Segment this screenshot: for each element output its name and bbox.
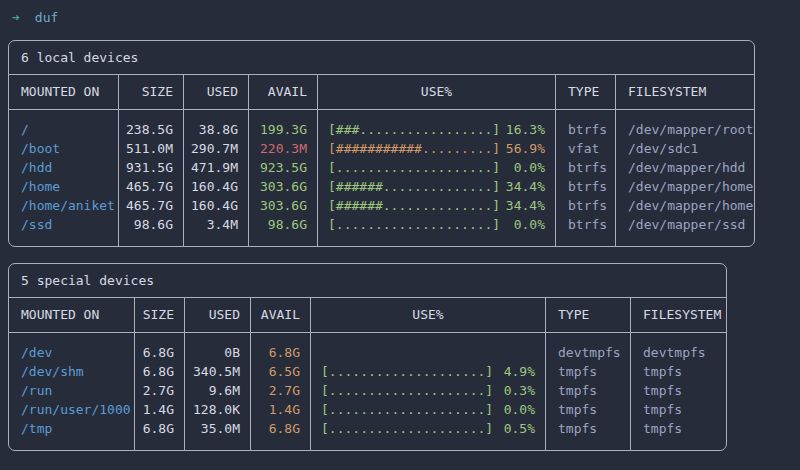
column-header-type: TYPE xyxy=(556,75,616,109)
column-use-percent: [....................]4.9%[.............… xyxy=(311,333,546,450)
cell-filesystem: /dev/mapper/root xyxy=(616,120,754,139)
cell-size: 6.8G xyxy=(135,419,184,438)
prompt-line: ➜duf xyxy=(0,0,800,28)
column-header-avail: AVAIL xyxy=(251,298,311,332)
cell-type: btrfs xyxy=(556,215,615,234)
cell-filesystem: tmpfs xyxy=(631,381,726,400)
cell-use-percent: [....................]0.5% xyxy=(311,419,545,438)
cell-avail: 303.6G xyxy=(249,196,317,215)
column-header-size: SIZE xyxy=(119,75,184,109)
usage-bar: [....................] xyxy=(328,158,500,177)
column-used: 38.8G290.7M471.9M160.4G160.4G3.4M xyxy=(184,110,249,246)
column-header-use-percent: USE% xyxy=(318,75,556,109)
cell-type: btrfs xyxy=(556,158,615,177)
column-header-type: TYPE xyxy=(546,298,631,332)
column-size: 238.5G511.0M931.5G465.7G465.7G98.6G xyxy=(119,110,184,246)
usage-bar: [###.................] xyxy=(328,120,500,139)
table-body: /dev/dev/shm/run/run/user/1000/tmp6.8G6.… xyxy=(9,333,726,450)
special-devices-table: 5 special devices MOUNTED ONSIZEUSEDAVAI… xyxy=(8,263,727,451)
column-size: 6.8G6.8G2.7G1.4G6.8G xyxy=(135,333,185,450)
cell-filesystem: /dev/mapper/hdd xyxy=(616,158,754,177)
cell-used: 9.6M xyxy=(185,381,250,400)
cell-used: 340.5M xyxy=(185,362,250,381)
cell-filesystem: /dev/mapper/ssd xyxy=(616,215,754,234)
cell-filesystem: tmpfs xyxy=(631,419,726,438)
cell-filesystem: tmpfs xyxy=(631,362,726,381)
cell-filesystem: tmpfs xyxy=(631,400,726,419)
column-header-avail: AVAIL xyxy=(249,75,318,109)
cell-mounted-on: /run xyxy=(9,381,134,400)
cell-use-percent: [######..............]34.4% xyxy=(318,196,555,215)
column-type: devtmpfstmpfstmpfstmpfstmpfs xyxy=(546,333,631,450)
cell-filesystem: /dev/mapper/home xyxy=(616,177,754,196)
cell-avail: 6.5G xyxy=(251,362,310,381)
column-filesystem: devtmpfstmpfstmpfstmpfstmpfs xyxy=(631,333,726,450)
usage-percent-label: 0.0% xyxy=(514,215,545,234)
column-header-filesystem: FILESYSTEM xyxy=(616,75,754,109)
table-title: 6 local devices xyxy=(9,41,754,75)
table-header-row: MOUNTED ONSIZEUSEDAVAILUSE%TYPEFILESYSTE… xyxy=(9,298,726,333)
cell-use-percent: [....................]0.0% xyxy=(318,215,555,234)
usage-bar: [....................] xyxy=(321,362,493,381)
cell-filesystem: /dev/sdc1 xyxy=(616,139,754,158)
usage-bar: [....................] xyxy=(321,400,493,419)
column-avail: 199.3G220.3M923.5G303.6G303.6G98.6G xyxy=(249,110,318,246)
column-mounted-on: //boot/hdd/home/home/aniket/ssd xyxy=(9,110,119,246)
usage-percent-label: 4.9% xyxy=(504,362,535,381)
cell-type: tmpfs xyxy=(546,400,630,419)
column-header-size: SIZE xyxy=(135,298,185,332)
cell-avail: 98.6G xyxy=(249,215,317,234)
cell-used: 38.8G xyxy=(184,120,248,139)
usage-bar: [....................] xyxy=(321,419,493,438)
cell-use-percent: [....................]4.9% xyxy=(311,362,545,381)
usage-bar: [######..............] xyxy=(328,177,500,196)
cell-size: 511.0M xyxy=(119,139,183,158)
usage-percent-label: 34.4% xyxy=(506,196,545,215)
cell-type: btrfs xyxy=(556,196,615,215)
cell-size: 465.7G xyxy=(119,177,183,196)
cell-size: 2.7G xyxy=(135,381,184,400)
column-type: btrfsvfatbtrfsbtrfsbtrfsbtrfs xyxy=(556,110,616,246)
usage-percent-label: 34.4% xyxy=(506,177,545,196)
cell-mounted-on: /boot xyxy=(9,139,118,158)
cell-mounted-on: /run/user/1000 xyxy=(9,400,134,419)
cell-type: tmpfs xyxy=(546,362,630,381)
cell-avail: 6.8G xyxy=(251,343,310,362)
cell-mounted-on: /dev/shm xyxy=(9,362,134,381)
cell-used: 0B xyxy=(185,343,250,362)
cell-use-percent: [###.................]16.3% xyxy=(318,120,555,139)
cell-use-percent: [....................]0.0% xyxy=(318,158,555,177)
column-mounted-on: /dev/dev/shm/run/run/user/1000/tmp xyxy=(9,333,135,450)
cell-use-percent: [######..............]34.4% xyxy=(318,177,555,196)
cell-avail: 220.3M xyxy=(249,139,317,158)
column-header-used: USED xyxy=(185,298,251,332)
cell-avail: 199.3G xyxy=(249,120,317,139)
cell-type: btrfs xyxy=(556,120,615,139)
cell-used: 471.9M xyxy=(184,158,248,177)
cell-type: vfat xyxy=(556,139,615,158)
cell-filesystem: /dev/mapper/home xyxy=(616,196,754,215)
usage-percent-label: 0.0% xyxy=(504,400,535,419)
cell-mounted-on: /home xyxy=(9,177,118,196)
cell-avail: 6.8G xyxy=(251,419,310,438)
cell-mounted-on: /dev xyxy=(9,343,134,362)
column-filesystem: /dev/mapper/root/dev/sdc1/dev/mapper/hdd… xyxy=(616,110,754,246)
cell-mounted-on: / xyxy=(9,120,118,139)
prompt-arrow-icon: ➜ xyxy=(12,10,20,25)
column-header-mounted-on: MOUNTED ON xyxy=(9,298,135,332)
usage-bar: [######..............] xyxy=(328,196,500,215)
cell-used: 160.4G xyxy=(184,177,248,196)
local-devices-table: 6 local devices MOUNTED ONSIZEUSEDAVAILU… xyxy=(8,40,755,247)
usage-bar: [....................] xyxy=(328,215,500,234)
usage-percent-label: 0.5% xyxy=(504,419,535,438)
table-title: 5 special devices xyxy=(9,264,726,298)
column-header-filesystem: FILESYSTEM xyxy=(631,298,726,332)
cell-use-percent xyxy=(311,343,545,362)
cell-size: 6.8G xyxy=(135,343,184,362)
cell-size: 465.7G xyxy=(119,196,183,215)
column-use-percent: [###.................]16.3%[###########.… xyxy=(318,110,556,246)
column-used: 0B340.5M9.6M128.0K35.0M xyxy=(185,333,251,450)
cell-type: tmpfs xyxy=(546,419,630,438)
cell-size: 6.8G xyxy=(135,362,184,381)
column-header-mounted-on: MOUNTED ON xyxy=(9,75,119,109)
